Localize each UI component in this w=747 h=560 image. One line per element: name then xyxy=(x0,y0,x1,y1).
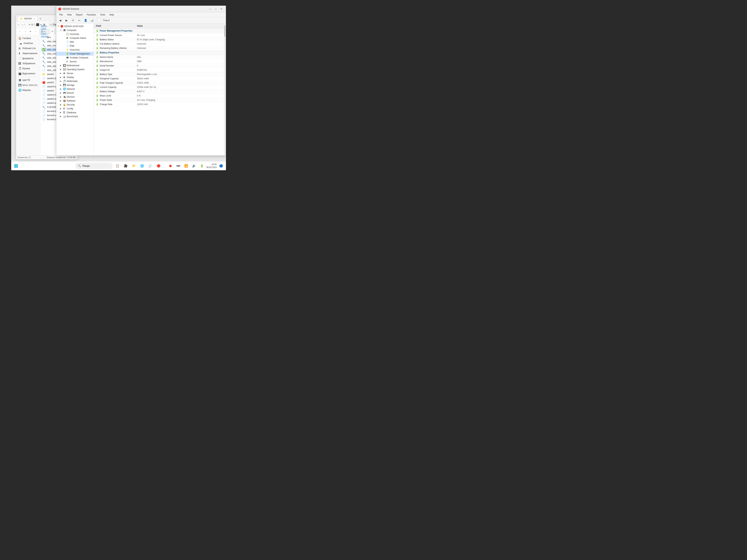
rename-btn[interactable]: ⬛ xyxy=(36,22,39,27)
aida-maximize-btn[interactable]: □ xyxy=(213,7,218,11)
data-row: 🔋 Battery Status 81 % (High Level, Charg… xyxy=(94,37,226,42)
forward-btn[interactable]: → xyxy=(21,22,24,27)
menu-report[interactable]: Report xyxy=(74,13,84,17)
scrollbar-thumb[interactable] xyxy=(224,25,225,36)
nav-recent-btn[interactable]: ▾ xyxy=(28,29,33,34)
sidebar-item-music[interactable]: 🎵 Музика xyxy=(17,66,40,71)
nav-up-btn[interactable]: ↑ xyxy=(33,29,38,34)
folder-icon: 📁 xyxy=(20,17,23,20)
back-btn[interactable]: ← xyxy=(18,22,20,27)
system-clock[interactable]: 16:50 08.03.2023 xyxy=(206,163,216,169)
taskbar-store-icon[interactable]: 🛒 xyxy=(147,163,154,169)
video-icon: 🎬 xyxy=(18,72,21,75)
sidebar-item-downloads[interactable]: ⬇ Завантаження xyxy=(17,51,40,56)
sidebar-item-documents[interactable]: 📄 Документи xyxy=(17,56,40,61)
sidebar-item-home[interactable]: 🏠 Головна xyxy=(17,36,40,41)
menu-favorites[interactable]: Favorites xyxy=(85,13,98,17)
field-label: Current Power Source xyxy=(100,34,122,36)
tree-item-network[interactable]: ▶ 🌐 Network xyxy=(56,87,93,91)
menu-tools[interactable]: Tools xyxy=(98,13,107,17)
taskbar-search[interactable]: 🔍 Пошук xyxy=(75,163,112,169)
taskbar-volume-icon[interactable]: 🔊 xyxy=(191,163,198,169)
tree-arrow: ▶ xyxy=(60,84,62,86)
tree-item-config[interactable]: ▶ ⚙ Config xyxy=(56,107,93,110)
tree-item-overclock[interactable]: ⚡ Overclock xyxy=(56,48,93,52)
nav-forward-btn[interactable]: → xyxy=(23,29,28,34)
tree-item-devices[interactable]: ▶ 🔌 Devices xyxy=(56,95,93,99)
up-btn[interactable]: ↑ xyxy=(24,22,26,27)
tree-item-benchmark[interactable]: ▶ 📊 Benchmark xyxy=(56,114,93,118)
tree-item-dmi[interactable]: 📄 DMI xyxy=(56,40,93,44)
sidebar-item-thispc[interactable]: 💻 Цей ПК xyxy=(17,78,40,82)
cut-btn[interactable]: ✂ xyxy=(29,22,31,27)
svg-rect-1 xyxy=(16,164,18,166)
start-button[interactable] xyxy=(13,163,20,169)
tree-item-directx[interactable]: ▶ 🎮 DirectX xyxy=(56,91,93,95)
sidebar-item-desktop[interactable]: 🖥 Робочий стіл xyxy=(17,46,40,51)
report-text: Report xyxy=(103,19,110,22)
taskbar-tasks-icon[interactable]: 📋 xyxy=(114,163,121,169)
address-bar[interactable]: Win11 22H2 (D:) › 22H2 › AIDA64 xyxy=(39,29,50,34)
field-label: Full Battery Lifetime xyxy=(100,43,120,45)
copy-btn[interactable]: ⎘ xyxy=(31,22,33,27)
sidebar-item-videos[interactable]: 🎬 Відеозаписи xyxy=(17,71,40,76)
sidebar-item-network[interactable]: 🌐 Мережа xyxy=(17,88,40,92)
taskbar-explorer-icon[interactable]: 📁 xyxy=(131,163,137,169)
tree-item-software[interactable]: ▶ 📦 Software xyxy=(56,99,93,103)
sidebar-item-onedrive[interactable]: ☁ OneDrive xyxy=(17,41,40,46)
sidebar-music-label: Музика xyxy=(22,67,30,70)
tree-arrow: ▶ xyxy=(60,68,62,70)
taskbar-video-icon[interactable]: 🎥 xyxy=(122,163,129,169)
new-tab-btn[interactable]: + xyxy=(38,17,42,20)
taskbar-tray-aida[interactable]: 🔴 xyxy=(167,163,174,169)
nav-back-btn[interactable]: ← xyxy=(18,29,22,34)
tab-label: AIDA64 xyxy=(24,17,31,20)
aida-undo-btn[interactable]: ↺ xyxy=(70,18,76,23)
refresh-btn[interactable]: ↺ xyxy=(51,29,53,34)
tree-item-root[interactable]: ▼ 🔴 AIDA64 v6.00.5100 xyxy=(56,24,93,28)
tree-item-motherboard[interactable]: ▶ 🔲 Motherboard xyxy=(56,63,93,68)
tree-item-portable[interactable]: 💻 Portable Computer xyxy=(56,56,93,59)
data-row: 🔋 Unique ID 0SMPUhu xyxy=(94,68,226,72)
aida-report-label[interactable]: 📄 Report xyxy=(98,19,111,22)
tree-item-ipmi[interactable]: 📄 IPMI xyxy=(56,44,93,48)
taskbar-battery-icon[interactable]: 🔋 xyxy=(199,163,205,169)
taskbar-aida64-icon[interactable]: 🔴 xyxy=(155,163,162,169)
sidebar-item-pictures[interactable]: 🖼 Зображення xyxy=(17,61,40,66)
tree-item-database[interactable]: ▶ 🗄 Database xyxy=(56,110,93,114)
taskbar-lang-btn[interactable]: УКР xyxy=(175,163,182,169)
sidebar-item-drive[interactable]: 💾 Win11 22H2 (D:) xyxy=(17,83,40,87)
menu-file[interactable]: File xyxy=(57,13,65,17)
tree-item-multimedia[interactable]: ▶ 🎵 Multimedia xyxy=(56,79,93,83)
tree-item-storage[interactable]: ▶ 💾 Storage xyxy=(56,83,93,87)
aida-back-btn[interactable]: ◀ xyxy=(57,18,63,23)
aida-chart-btn[interactable]: 📊 xyxy=(89,18,95,23)
tree-item-computername[interactable]: 🖥 Computer Name xyxy=(56,36,93,40)
tree-item-security[interactable]: ▶ 🔒 Security xyxy=(56,103,93,107)
tree-item-os[interactable]: ▶ 🪟 Operating System xyxy=(56,68,93,71)
tree-item-sensor[interactable]: 🌡 Sensor xyxy=(56,59,93,63)
tree-label: Motherboard xyxy=(67,64,79,67)
tree-arrow: ▼ xyxy=(60,29,62,31)
data-field: 🔋 Manufacturer xyxy=(96,60,137,63)
menu-view[interactable]: View xyxy=(65,13,74,17)
data-value: 10203 mW xyxy=(137,103,224,106)
aida-close-btn[interactable]: ✕ xyxy=(219,7,224,11)
tree-item-powermgmt[interactable]: 🔋 Power Management xyxy=(56,52,93,56)
tree-item-display[interactable]: ▶ 🖥 Display xyxy=(56,75,93,79)
notification-icon[interactable]: 🔵 xyxy=(218,163,225,169)
taskbar-wifi-icon[interactable]: 📶 xyxy=(183,163,189,169)
tree-item-computer[interactable]: ▼ 💻 Computer xyxy=(56,28,93,32)
aida-toolbar: ◀ ▶ ↺ ↪ 👤 📊 📄 Report xyxy=(56,17,226,24)
scrollbar-track[interactable] xyxy=(224,24,226,156)
aida-minimize-btn[interactable]: — xyxy=(207,7,213,11)
tree-item-summary[interactable]: 📋 Summary xyxy=(56,32,93,36)
aida-forward-btn[interactable]: ▶ xyxy=(64,18,69,23)
tree-item-server[interactable]: ▶ 🖥 Server xyxy=(56,71,93,75)
aida-redo-btn[interactable]: ↪ xyxy=(76,18,82,23)
menu-help[interactable]: Help xyxy=(108,13,116,17)
aida-user-btn[interactable]: 👤 xyxy=(83,18,88,23)
paste-btn[interactable]: □ xyxy=(34,22,35,27)
tab-close-icon[interactable]: ✕ xyxy=(33,18,35,20)
taskbar-edge-icon[interactable]: 🌐 xyxy=(139,163,146,169)
